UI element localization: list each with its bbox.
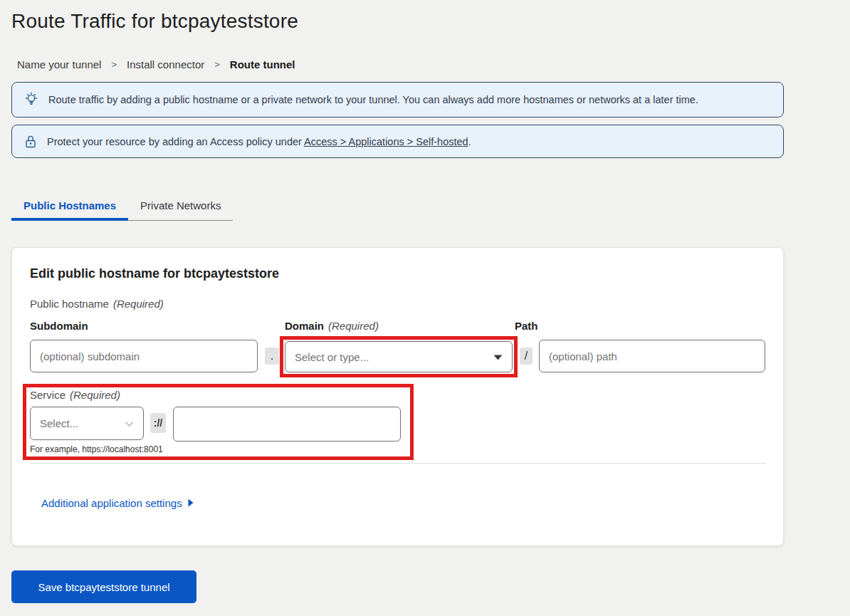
service-url-input[interactable]	[173, 407, 401, 442]
banner-text-before-link: Protect your resource by adding an Acces…	[47, 136, 304, 147]
breadcrumb-separator: >	[111, 59, 117, 70]
breadcrumb-step-name-your-tunnel[interactable]: Name your tunnel	[17, 58, 101, 71]
additional-application-settings-toggle[interactable]: Additional application settings	[41, 497, 194, 509]
breadcrumb: Name your tunnel > Install connector > R…	[17, 58, 850, 71]
card-divider	[30, 463, 766, 464]
subdomain-input[interactable]	[30, 340, 258, 372]
service-label-text: Service	[30, 389, 65, 401]
path-input[interactable]	[539, 340, 765, 372]
path-label: Path	[515, 320, 538, 332]
breadcrumb-step-install-connector[interactable]: Install connector	[127, 58, 204, 71]
route-traffic-info-banner: Route traffic by adding a public hostnam…	[11, 82, 784, 118]
lock-icon	[23, 134, 38, 150]
subdomain-domain-dot-separator: .	[265, 348, 279, 365]
chevron-down-icon	[125, 417, 134, 430]
banner-text-after-link: .	[468, 136, 471, 147]
service-type-placeholder: Select...	[40, 417, 78, 429]
public-hostname-section-label: Public hostname(Required)	[30, 298, 164, 310]
service-protocol-separator: ://	[150, 413, 166, 433]
required-label: (Required)	[328, 320, 379, 332]
domain-label: Domain(Required)	[285, 320, 379, 332]
domain-label-text: Domain	[285, 320, 324, 332]
public-hostname-label: Public hostname	[30, 298, 109, 310]
lightbulb-icon	[23, 92, 39, 108]
tab-bar: Public Hostnames Private Networks	[11, 194, 233, 221]
required-label: (Required)	[113, 298, 164, 310]
breadcrumb-step-route-tunnel: Route tunnel	[230, 58, 295, 71]
domain-path-slash-separator: /	[520, 348, 532, 365]
card-title: Edit public hostname for btcpayteststore	[30, 266, 279, 281]
tab-private-networks[interactable]: Private Networks	[128, 194, 233, 221]
caret-down-icon	[493, 350, 503, 363]
domain-select[interactable]: Select or type...	[285, 341, 513, 372]
service-type-select[interactable]: Select...	[30, 407, 144, 440]
domain-select-placeholder: Select or type...	[295, 351, 369, 363]
page-title: Route Traffic for btcpayteststore	[11, 10, 850, 33]
additional-settings-label: Additional application settings	[41, 497, 182, 509]
required-label: (Required)	[70, 389, 120, 401]
access-policy-banner: Protect your resource by adding an Acces…	[11, 125, 784, 158]
edit-public-hostname-card: Edit public hostname for btcpayteststore…	[11, 247, 784, 546]
service-label: Service(Required)	[30, 389, 120, 401]
tab-public-hostnames[interactable]: Public Hostnames	[11, 194, 128, 221]
domain-highlight-box: Select or type...	[280, 336, 518, 377]
route-traffic-page: Route Traffic for btcpayteststore Name y…	[0, 10, 850, 616]
save-tunnel-button[interactable]: Save btcpayteststore tunnel	[11, 570, 196, 603]
breadcrumb-separator: >	[214, 59, 220, 70]
service-highlight-box: Service(Required) Select... :// For exam…	[23, 384, 414, 460]
subdomain-label: Subdomain	[30, 320, 88, 332]
service-helper-text: For example, https://localhost:8001	[30, 444, 163, 454]
banner-text: Protect your resource by adding an Acces…	[47, 136, 471, 147]
banner-text: Route traffic by adding a public hostnam…	[48, 94, 698, 105]
caret-right-icon	[188, 497, 194, 509]
access-applications-self-hosted-link[interactable]: Access > Applications > Self-hosted	[304, 136, 468, 147]
